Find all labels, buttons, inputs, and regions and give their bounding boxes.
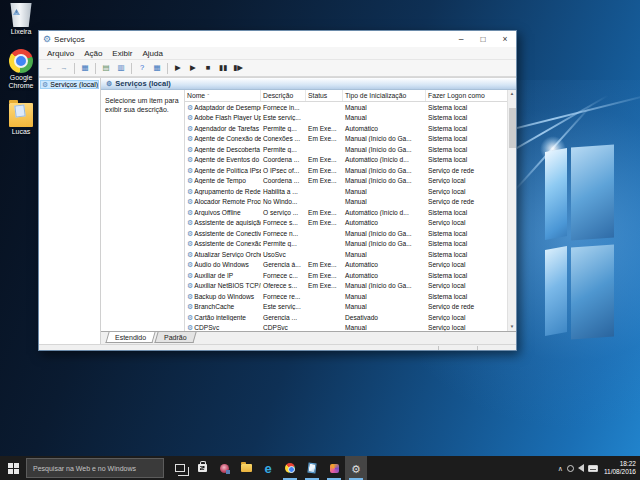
restart-service-button[interactable]: ▮▶ — [231, 62, 245, 75]
toolbar-separator — [95, 63, 96, 74]
service-row[interactable]: ⚙CDPSvc CDPSvc Manual Serviço local — [185, 323, 507, 332]
services-gear-icon: ⚙ — [106, 80, 112, 87]
pane-header-label: Serviços (local) — [115, 79, 170, 88]
menu-item[interactable]: Exibir — [107, 49, 137, 58]
service-row[interactable]: ⚙Assistente de aquisição de i... Fornece… — [185, 218, 507, 229]
service-row[interactable]: ⚙Atualizar Serviço Orchestrator UsoSvc M… — [185, 249, 507, 260]
vertical-scrollbar[interactable]: ▲ ▼ — [507, 90, 516, 331]
service-row[interactable]: ⚙Auxiliar NetBIOS TCP/IP Oferece s... Em… — [185, 281, 507, 292]
service-gear-icon: ⚙ — [187, 303, 193, 310]
taskbar-app-rose-app[interactable] — [213, 456, 235, 480]
desktop-icon-recycle-bin[interactable]: Lixeira — [0, 3, 42, 36]
status-divider — [438, 346, 439, 350]
close-button[interactable]: × — [494, 31, 516, 47]
status-divider — [477, 346, 478, 350]
window-view-button[interactable]: ▦ — [150, 62, 164, 75]
view-tab-estendido[interactable]: Estendido — [105, 332, 155, 343]
menu-bar: ArquivoAçãoExibirAjuda — [39, 47, 516, 60]
touch-keyboard-icon[interactable] — [588, 465, 598, 472]
menu-item[interactable]: Ajuda — [137, 49, 167, 58]
chrome-icon — [285, 463, 295, 473]
scroll-up-icon[interactable]: ▲ — [510, 90, 514, 99]
edge-icon — [264, 459, 271, 477]
service-row[interactable]: ⚙Agente de Descoberta em S... Permite q.… — [185, 144, 507, 155]
search-placeholder: Pesquisar na Web e no Windows — [33, 465, 136, 472]
service-row[interactable]: ⚙Áudio do Windows Gerencia á... Em Exe..… — [185, 260, 507, 271]
desktop-icon-chrome[interactable]: Google Chrome — [0, 49, 42, 90]
resume-service-button[interactable]: ▶ — [186, 62, 200, 75]
service-row[interactable]: ⚙BranchCache Este serviç... Manual Servi… — [185, 302, 507, 313]
service-row[interactable]: ⚙Alocador Remote Procedur... No Windo...… — [185, 197, 507, 208]
stop-service-button[interactable]: ■ — [201, 62, 215, 75]
column-header[interactable]: Tipo de Inicialização — [343, 90, 426, 101]
service-row[interactable]: ⚙Adobe Flash Player Update ... Este serv… — [185, 113, 507, 124]
column-header[interactable]: Descrição — [261, 90, 306, 101]
column-header[interactable]: Fazer Logon como — [426, 90, 507, 101]
service-row[interactable]: ⚙Agente de Política IPsec O IPsec of... … — [185, 165, 507, 176]
taskbar-app-notebook-app[interactable] — [301, 456, 323, 480]
taskbar-app-chrome[interactable] — [279, 456, 301, 480]
properties-button[interactable]: ▥ — [114, 62, 128, 75]
service-row[interactable]: ⚙Agente de Tempo Coordena ... Em Exe... … — [185, 176, 507, 187]
service-gear-icon: ⚙ — [187, 251, 193, 258]
taskbar-app-file-explorer[interactable] — [235, 456, 257, 480]
taskbar-app-photos-app[interactable] — [323, 456, 345, 480]
window-title: Serviços — [54, 35, 85, 44]
help-button[interactable]: ? — [135, 62, 149, 75]
forward-button[interactable]: → — [57, 62, 71, 75]
taskbar-clock[interactable]: 18:22 11/08/2016 — [602, 460, 636, 477]
start-button[interactable] — [0, 456, 26, 480]
scrollbar-thumb[interactable] — [509, 108, 516, 148]
clock-date: 11/08/2016 — [604, 468, 636, 476]
service-row[interactable]: ⚙Auxiliar de IP Fornece c... Em Exe... A… — [185, 270, 507, 281]
search-input[interactable]: Pesquisar na Web e no Windows — [26, 458, 164, 478]
pause-service-button[interactable]: ▮▮ — [216, 62, 230, 75]
menu-item[interactable]: Ação — [79, 49, 107, 58]
taskbar-app-task-view[interactable] — [169, 456, 191, 480]
service-gear-icon: ⚙ — [187, 261, 193, 268]
service-row[interactable]: ⚙Adaptador de Desempenho... Fornece in..… — [185, 102, 507, 113]
service-row[interactable]: ⚙Cartão inteligente Gerencia ... Desativ… — [185, 312, 507, 323]
show-console-tree-button[interactable]: ▦ — [78, 62, 92, 75]
clock-time: 18:22 — [604, 460, 636, 468]
service-row[interactable]: ⚙Agendador de Tarefas Permite q... Em Ex… — [185, 123, 507, 134]
service-gear-icon: ⚙ — [187, 156, 193, 163]
tree-item-services-local[interactable]: ⚙ Serviços (local) — [40, 80, 99, 89]
service-gear-icon: ⚙ — [187, 314, 193, 321]
export-list-button[interactable]: ▤ — [99, 62, 113, 75]
hidden-icons-chevron-icon[interactable]: ∧ — [558, 465, 563, 472]
service-row[interactable]: ⚙Assistente de Conexão de C... Permite q… — [185, 239, 507, 250]
back-button[interactable]: ← — [42, 62, 56, 75]
status-bar — [39, 344, 516, 350]
view-tab-padrão[interactable]: Padrão — [155, 332, 197, 343]
taskbar-app-edge[interactable] — [257, 456, 279, 480]
list-header: Nome ˆ Descrição Status Tipo de Iniciali… — [185, 90, 507, 102]
service-gear-icon: ⚙ — [187, 324, 193, 331]
services-icon — [351, 459, 361, 477]
menu-item[interactable]: Arquivo — [42, 49, 79, 58]
service-row[interactable]: ⚙Agente de Conexão de Rede Conexões ... … — [185, 134, 507, 145]
column-header[interactable]: Nome ˆ — [185, 90, 261, 101]
minimize-button[interactable]: – — [450, 31, 472, 47]
toolbar: ←→▦▤▥?▦▶▶■▮▮▮▶ — [39, 60, 516, 77]
tray-app-icon[interactable] — [567, 465, 574, 472]
service-row[interactable]: ⚙Backup do Windows Fornece re... Manual … — [185, 291, 507, 302]
service-row[interactable]: ⚙Agente de Eventos do Siste... Coordena … — [185, 155, 507, 166]
start-service-button[interactable]: ▶ — [171, 62, 185, 75]
volume-icon[interactable] — [578, 464, 584, 472]
service-row[interactable]: ⚙Arquivos Offline O serviço ... Em Exe..… — [185, 207, 507, 218]
services-window-icon: ⚙ — [43, 35, 51, 44]
service-gear-icon: ⚙ — [187, 135, 193, 142]
taskbar-app-services[interactable] — [345, 456, 367, 480]
scroll-down-icon[interactable]: ▼ — [510, 323, 514, 332]
desktop-icon-folder[interactable]: Lucas — [0, 103, 42, 136]
service-row[interactable]: ⚙Agrupamento de Rede de Par Habilita a .… — [185, 186, 507, 197]
service-gear-icon: ⚙ — [187, 177, 193, 184]
service-gear-icon: ⚙ — [187, 209, 193, 216]
maximize-button[interactable]: □ — [472, 31, 494, 47]
column-header[interactable]: Status — [306, 90, 343, 101]
windows-logo-pane — [571, 244, 614, 339]
taskbar-app-store[interactable] — [191, 456, 213, 480]
title-bar[interactable]: ⚙ Serviços – □ × — [39, 31, 516, 47]
service-row[interactable]: ⚙Assistente de Conectividad... Fornece n… — [185, 228, 507, 239]
